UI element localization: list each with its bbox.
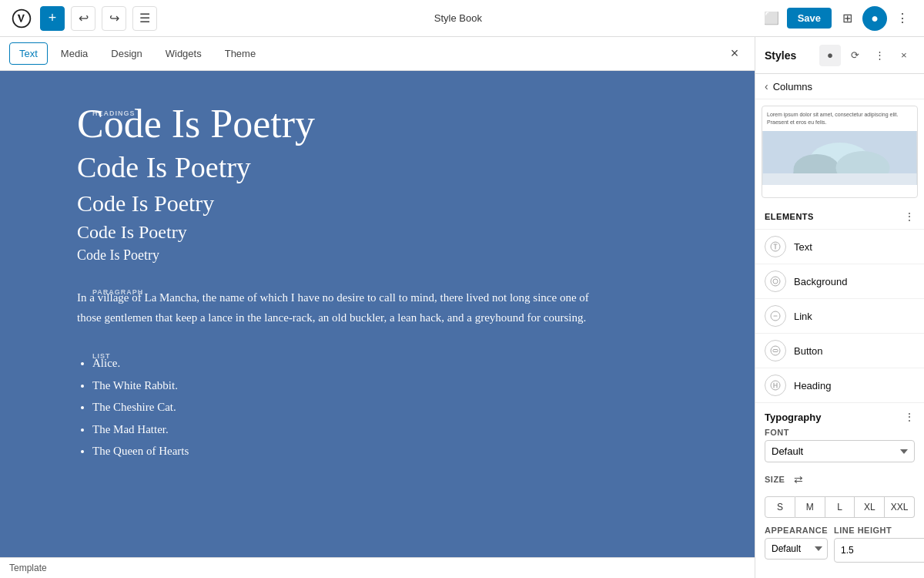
size-buttons: S M L XL XXL bbox=[755, 496, 924, 526]
typography-section: Typography ⋮ FONT Default SIZE ⇄ S M L X… bbox=[755, 402, 924, 578]
heading-h5: Code Is Poetry bbox=[77, 248, 708, 264]
panel-header: Styles ● ⟳ ⋮ × bbox=[755, 37, 924, 74]
panel-sub-header: ‹ Columns bbox=[755, 74, 924, 99]
svg-point-11 bbox=[771, 346, 780, 355]
element-row-background[interactable]: Background bbox=[755, 264, 924, 298]
list-item: The Cheshire Cat. bbox=[92, 396, 708, 418]
size-xl-button[interactable]: XL bbox=[855, 496, 885, 518]
page-title: Style Book bbox=[163, 12, 753, 24]
appearance-select[interactable]: Default bbox=[765, 538, 828, 560]
line-height-label: LINE HEIGHT bbox=[834, 526, 924, 538]
elements-label: ELEMENTS bbox=[765, 212, 904, 221]
element-label-background: Background bbox=[794, 276, 847, 287]
tab-media[interactable]: Media bbox=[51, 42, 98, 65]
font-select[interactable]: Default bbox=[765, 440, 915, 462]
size-l-button[interactable]: L bbox=[825, 496, 855, 518]
element-label-button: Button bbox=[794, 345, 823, 357]
preview-button[interactable]: ⬜ bbox=[759, 6, 784, 31]
redo-button[interactable]: ↪ bbox=[102, 6, 126, 31]
save-button[interactable]: Save bbox=[787, 8, 832, 29]
back-button[interactable]: ‹ bbox=[765, 80, 768, 92]
tab-widgets[interactable]: Widgets bbox=[156, 42, 212, 65]
preview-thumbnail: Lorem ipsum dolor sit amet, consectetur … bbox=[762, 106, 918, 198]
panel-history-button[interactable]: ⟳ bbox=[844, 45, 865, 66]
add-block-button[interactable]: + bbox=[40, 6, 65, 31]
elements-section-header: ELEMENTS ⋮ bbox=[755, 204, 924, 229]
svg-point-8 bbox=[771, 277, 780, 286]
size-m-button[interactable]: M bbox=[795, 496, 825, 518]
panel-close-button[interactable]: × bbox=[893, 45, 915, 66]
button-element-icon bbox=[765, 340, 786, 361]
line-height-input[interactable] bbox=[835, 540, 924, 560]
settings-button[interactable]: ⊞ bbox=[835, 6, 859, 31]
appearance-label: APPEARANCE bbox=[765, 526, 828, 538]
list-section: LIST Alice. The White Rabbit. The Cheshi… bbox=[77, 352, 708, 462]
top-bar-right: ⬜ Save ⊞ ● ⋮ bbox=[759, 6, 915, 31]
typography-more-button[interactable]: ⋮ bbox=[904, 411, 915, 423]
tab-theme[interactable]: Theme bbox=[215, 42, 266, 65]
thumb-image bbox=[762, 131, 917, 185]
tab-bar-close-button[interactable]: × bbox=[724, 43, 745, 65]
svg-rect-6 bbox=[763, 173, 917, 185]
element-row-button[interactable]: Button bbox=[755, 333, 924, 368]
panel-styles-icon-button[interactable]: ● bbox=[819, 45, 841, 66]
size-xxl-button[interactable]: XXL bbox=[885, 496, 915, 518]
styles-button[interactable]: ● bbox=[862, 6, 887, 31]
list-item: Alice. bbox=[92, 352, 708, 375]
size-reset-button[interactable]: ⇄ bbox=[789, 470, 808, 489]
list-label: LIST bbox=[92, 352, 111, 360]
canvas: HEADINGS Code Is Poetry Code Is Poetry C… bbox=[0, 71, 755, 557]
element-label-heading: Heading bbox=[794, 380, 831, 391]
panel-more-button[interactable]: ⋮ bbox=[869, 45, 890, 66]
bottom-label: Template bbox=[0, 557, 755, 578]
tab-design[interactable]: Design bbox=[101, 42, 152, 65]
list-item: The White Rabbit. bbox=[92, 375, 708, 397]
background-element-icon bbox=[765, 271, 786, 292]
thumb-text: Lorem ipsum dolor sit amet, consectetur … bbox=[762, 106, 917, 131]
typography-header: Typography ⋮ bbox=[755, 403, 924, 428]
heading-h1: Code Is Poetry bbox=[77, 102, 708, 146]
font-label: FONT bbox=[755, 428, 924, 440]
two-col-row: APPEARANCE Default LINE HEIGHT + − bbox=[755, 526, 924, 570]
element-label-link: Link bbox=[794, 311, 812, 322]
list-item: The Queen of Hearts bbox=[92, 440, 708, 462]
tab-text[interactable]: Text bbox=[9, 42, 48, 65]
svg-point-9 bbox=[773, 279, 778, 284]
font-select-row: Default bbox=[755, 440, 924, 470]
main-area: Text Media Design Widgets Theme × HEADIN… bbox=[0, 37, 924, 578]
paragraph-text: In a village of La Mancha, the name of w… bbox=[77, 288, 601, 328]
right-panel: Styles ● ⟳ ⋮ × ‹ Columns Lorem ipsum dol… bbox=[755, 37, 924, 578]
headings-section: HEADINGS Code Is Poetry Code Is Poetry C… bbox=[77, 102, 708, 264]
panel-title: Styles bbox=[765, 49, 816, 62]
heading-element-icon bbox=[765, 375, 786, 396]
line-height-field: LINE HEIGHT + − bbox=[834, 526, 924, 563]
undo-button[interactable]: ↩ bbox=[71, 6, 95, 31]
element-row-link[interactable]: Link bbox=[755, 298, 924, 333]
headings-label: HEADINGS bbox=[92, 109, 136, 117]
element-label-text: Text bbox=[794, 241, 812, 253]
more-button[interactable]: ⋮ bbox=[890, 6, 915, 31]
heading-h4: Code Is Poetry bbox=[77, 222, 708, 242]
top-bar: + ↩ ↪ ☰ Style Book ⬜ Save ⊞ ● ⋮ bbox=[0, 0, 924, 37]
tools-button[interactable]: ☰ bbox=[132, 6, 157, 31]
paragraph-label: PARAGRAPH bbox=[92, 288, 143, 296]
elements-list: Text Background Link bbox=[755, 229, 924, 402]
list-items: Alice. The White Rabbit. The Cheshire Ca… bbox=[77, 352, 708, 462]
element-row-text[interactable]: Text bbox=[755, 229, 924, 264]
tab-bar: Text Media Design Widgets Theme × bbox=[0, 37, 755, 71]
element-row-heading[interactable]: Heading bbox=[755, 368, 924, 402]
svg-rect-12 bbox=[773, 350, 778, 352]
elements-more-button[interactable]: ⋮ bbox=[904, 210, 915, 223]
text-element-icon bbox=[765, 236, 786, 257]
editor-area: Text Media Design Widgets Theme × HEADIN… bbox=[0, 37, 755, 578]
size-row: SIZE ⇄ bbox=[755, 470, 924, 496]
size-s-button[interactable]: S bbox=[765, 496, 795, 518]
heading-h3: Code Is Poetry bbox=[77, 190, 708, 216]
heading-h2: Code Is Poetry bbox=[77, 152, 708, 184]
sub-title: Columns bbox=[773, 81, 812, 92]
wp-logo bbox=[9, 6, 34, 31]
appearance-field: APPEARANCE Default bbox=[765, 526, 828, 563]
size-label: SIZE bbox=[765, 475, 785, 484]
link-element-icon bbox=[765, 305, 786, 327]
list-item: The Mad Hatter. bbox=[92, 418, 708, 441]
